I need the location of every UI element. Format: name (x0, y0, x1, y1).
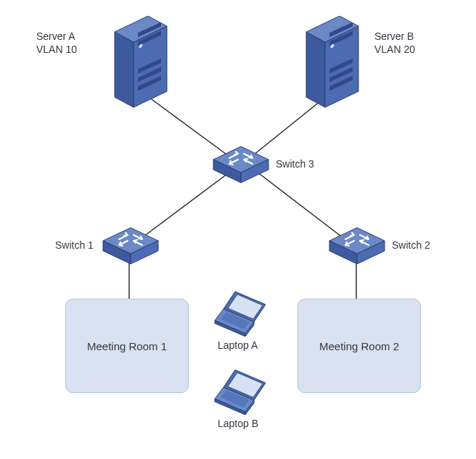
svg-marker-15 (306, 32, 325, 107)
laptop-b-label: Laptop B (218, 418, 258, 431)
svg-marker-6 (115, 32, 134, 107)
meeting-room-2: Meeting Room 2 (298, 299, 421, 393)
server-a-name: Server A (36, 30, 75, 42)
switch-3-icon (212, 145, 270, 186)
server-b-vlan: VLAN 20 (374, 44, 415, 55)
meeting-room-1-label: Meeting Room 1 (87, 340, 167, 352)
server-a-vlan: VLAN 10 (36, 44, 77, 55)
switch-1-label: Switch 1 (55, 239, 94, 252)
laptop-b-icon (213, 368, 274, 415)
server-b-name: Server B (374, 30, 414, 42)
switch-1-icon (102, 226, 160, 267)
switch-2-icon (328, 226, 386, 267)
laptop-a-label: Laptop A (218, 339, 258, 352)
server-a-icon (109, 16, 181, 110)
switch-2-label: Switch 2 (392, 239, 430, 252)
laptop-a-icon (213, 290, 274, 336)
meeting-room-1: Meeting Room 1 (65, 299, 189, 393)
meeting-room-2-label: Meeting Room 2 (319, 340, 399, 352)
server-a-label: Server A VLAN 10 (36, 30, 77, 56)
server-b-icon (300, 16, 373, 110)
switch-3-label: Switch 3 (276, 158, 314, 171)
server-b-label: Server B VLAN 20 (374, 30, 415, 56)
